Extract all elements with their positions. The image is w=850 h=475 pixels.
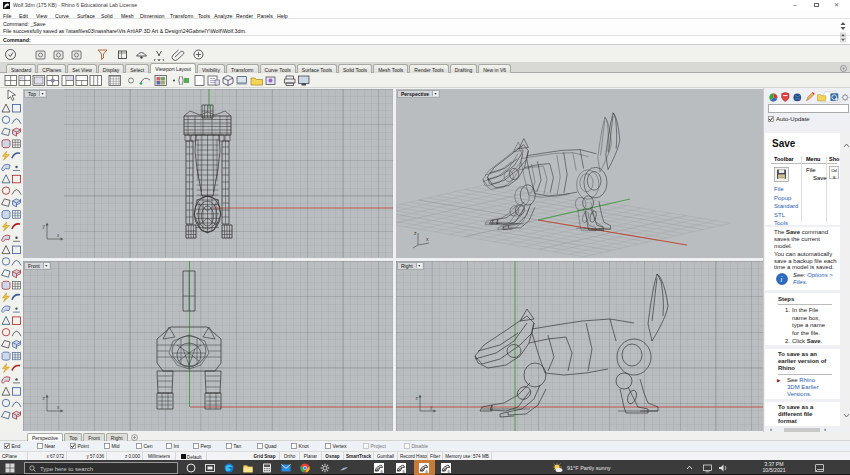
svg-text:i: i	[780, 275, 782, 284]
svg-text:z: z	[43, 396, 46, 401]
svg-text:x: x	[57, 233, 60, 238]
svg-text:x: x	[426, 236, 429, 242]
svg-text:x: x	[57, 405, 60, 410]
svg-text:y: y	[43, 224, 46, 229]
svg-text:z: z	[416, 396, 419, 401]
svg-text:y: y	[430, 405, 433, 410]
svg-text:z: z	[414, 230, 417, 236]
